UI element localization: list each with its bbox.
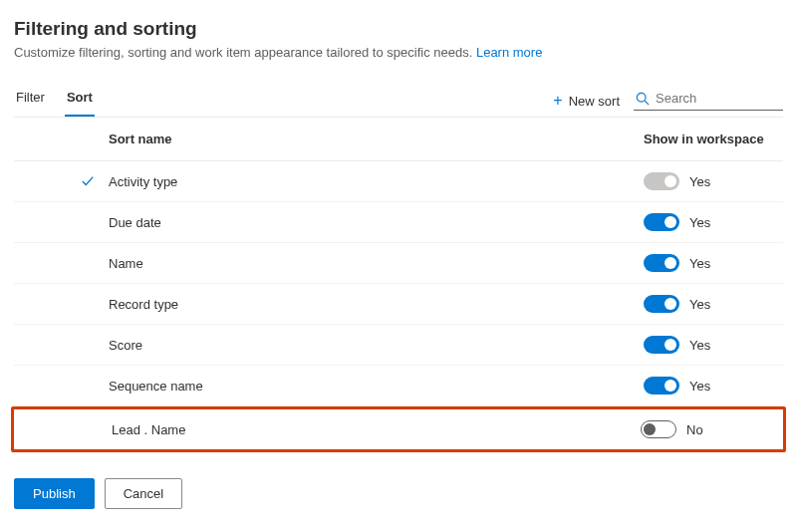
table-row[interactable]: Due dateYes (14, 202, 783, 243)
tab-filter[interactable]: Filter (14, 90, 47, 117)
toggle-label: Yes (689, 338, 710, 353)
search-box[interactable] (634, 91, 783, 111)
sort-name-cell: Activity type (109, 174, 644, 189)
footer: Publish Cancel (14, 478, 783, 509)
workspace-toggle[interactable] (644, 377, 679, 395)
workspace-toggle[interactable] (644, 336, 679, 354)
new-sort-button[interactable]: + New sort (553, 92, 620, 110)
learn-more-link[interactable]: Learn more (476, 45, 542, 60)
workspace-toggle[interactable] (641, 420, 676, 438)
toggle-label: Yes (689, 379, 710, 394)
workspace-toggle (644, 172, 679, 190)
search-input[interactable] (656, 91, 781, 106)
svg-line-1 (645, 101, 649, 105)
toggle-label: Yes (689, 215, 710, 230)
table-row[interactable]: Record typeYes (14, 284, 783, 325)
table-row[interactable]: Sequence nameYes (14, 366, 783, 406)
search-icon (636, 92, 650, 106)
sort-table: Sort name Show in workspace Activity typ… (14, 118, 783, 452)
toggle-label: Yes (689, 174, 710, 189)
table-row[interactable]: Lead . NameNo (11, 406, 786, 452)
svg-point-0 (637, 93, 646, 102)
toggle-label: Yes (689, 256, 710, 271)
page-title: Filtering and sorting (14, 18, 783, 40)
toggle-label: Yes (689, 297, 710, 312)
plus-icon: + (553, 92, 562, 110)
workspace-cell: Yes (644, 295, 783, 313)
toggle-label: No (686, 422, 703, 437)
sort-name-cell: Due date (109, 215, 644, 230)
check-cell (14, 174, 109, 188)
workspace-toggle[interactable] (644, 254, 679, 272)
workspace-toggle[interactable] (644, 213, 679, 231)
table-header: Sort name Show in workspace (14, 118, 783, 161)
sort-name-cell: Lead . Name (112, 422, 641, 437)
col-header-name[interactable]: Sort name (109, 132, 644, 146)
workspace-cell: Yes (644, 254, 783, 272)
tabs: Filter Sort (14, 90, 95, 117)
sort-name-cell: Score (109, 338, 644, 353)
workspace-cell: Yes (644, 336, 783, 354)
table-row[interactable]: NameYes (14, 243, 783, 284)
workspace-toggle[interactable] (644, 295, 679, 313)
workspace-cell: Yes (644, 172, 783, 190)
toolbar: Filter Sort + New sort (14, 90, 783, 118)
sort-name-cell: Record type (109, 297, 644, 312)
table-row[interactable]: ScoreYes (14, 325, 783, 366)
workspace-cell: Yes (644, 213, 783, 231)
tab-sort[interactable]: Sort (65, 90, 95, 117)
cancel-button[interactable]: Cancel (105, 478, 182, 509)
sort-name-cell: Sequence name (109, 379, 644, 394)
table-row[interactable]: Activity typeYes (14, 161, 783, 202)
sort-name-cell: Name (109, 256, 644, 271)
page-subtitle: Customize filtering, sorting and work it… (14, 45, 783, 60)
publish-button[interactable]: Publish (14, 478, 95, 509)
col-header-workspace[interactable]: Show in workspace (644, 132, 783, 146)
checkmark-icon (81, 174, 95, 188)
workspace-cell: No (641, 420, 780, 438)
workspace-cell: Yes (644, 377, 783, 395)
